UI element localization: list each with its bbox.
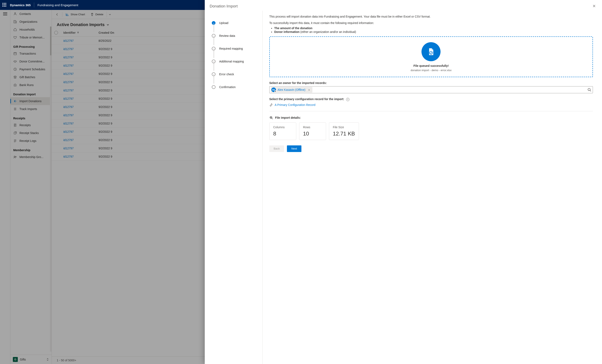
- avatar: AK: [271, 87, 276, 92]
- row-identifier-link[interactable]: id12797: [63, 130, 74, 133]
- sitemap-item-receipt-stacks[interactable]: Receipt Stacks: [10, 129, 52, 137]
- intro-text-1: This process will import donation data i…: [269, 14, 593, 19]
- sitemap-item-import-donations[interactable]: Import Donations: [10, 97, 52, 105]
- close-icon: [592, 4, 596, 8]
- step-additional-mapping[interactable]: Additional mapping: [212, 55, 258, 68]
- sitemap-item-payment-schedules[interactable]: Payment Schedules: [10, 65, 52, 73]
- sitemap-item-organizations[interactable]: Organizations: [10, 18, 52, 26]
- app-badge: G: [13, 357, 18, 362]
- row-identifier-link[interactable]: id12797: [63, 89, 74, 92]
- card-value: 10: [303, 131, 322, 137]
- sitemap-group-receipts: Receipts: [10, 113, 52, 121]
- sitemap-item-receipt-logs[interactable]: Receipt Logs: [10, 137, 52, 145]
- svg-rect-2: [14, 52, 17, 55]
- calendar-icon: [13, 52, 17, 55]
- row-identifier-link[interactable]: id12797: [63, 72, 74, 75]
- row-identifier-link[interactable]: id12797: [63, 47, 74, 51]
- card-rows: Rows 10: [299, 123, 326, 140]
- sitemap-item-commitments[interactable]: Donor Commitme...: [10, 58, 52, 65]
- app-launcher-icon[interactable]: [2, 3, 7, 7]
- row-identifier-link[interactable]: id12797: [63, 56, 74, 59]
- group-icon: [13, 155, 17, 159]
- card-value: 8: [273, 131, 292, 137]
- arrow-left-icon: [13, 99, 17, 103]
- sidebar-item-label: Transactions: [20, 52, 36, 55]
- list-item: Donor information (either an organizatio…: [274, 30, 593, 33]
- app-label: Gifts: [20, 358, 44, 361]
- hamburger-icon[interactable]: [3, 12, 7, 15]
- close-button[interactable]: [591, 3, 597, 9]
- row-identifier-link[interactable]: id12797: [63, 105, 74, 109]
- row-identifier-link[interactable]: id12797: [63, 114, 74, 117]
- queued-title: File queued successfully!: [272, 64, 591, 67]
- sitemap-item-households[interactable]: Households: [10, 26, 52, 33]
- sitemap-group-import: Donation Import: [10, 89, 52, 97]
- config-label-row: Select the primary configuration record …: [269, 97, 593, 101]
- row-identifier-link[interactable]: id12797: [63, 81, 74, 84]
- chevron-down-icon: [108, 13, 111, 16]
- remove-owner-button[interactable]: [307, 88, 311, 92]
- sitemap-item-bank-runs[interactable]: Bank Runs: [10, 81, 52, 89]
- row-identifier-link[interactable]: id12797: [63, 97, 74, 100]
- delete-split[interactable]: [107, 11, 113, 17]
- step-review[interactable]: Review data: [212, 29, 258, 42]
- app-switcher[interactable]: G Gifts: [10, 355, 52, 364]
- delete-label: Delete: [96, 13, 104, 16]
- sitemap-item-transactions[interactable]: Transactions: [10, 50, 52, 58]
- step-label: Error check: [219, 73, 234, 76]
- file-check-icon: [421, 42, 441, 61]
- product-name: Dynamics 365: [10, 3, 31, 7]
- info-icon[interactable]: i: [346, 98, 349, 101]
- wrench-icon: [269, 103, 273, 106]
- view-title: Active Donation Imports: [57, 22, 105, 27]
- req-donor-rest: (either an organization and/or an indivi…: [300, 30, 356, 33]
- owner-name: Alex Kasavin (Offline): [278, 88, 305, 91]
- step-error-check[interactable]: Error check: [212, 68, 258, 81]
- row-identifier-link[interactable]: id12797: [63, 147, 74, 150]
- schedule-icon: [13, 67, 17, 71]
- config-link[interactable]: A Primary Configuration Record: [275, 103, 315, 106]
- sitemap-item-receipts[interactable]: Receipts: [10, 121, 52, 129]
- sidebar-scrollbar[interactable]: [50, 26, 52, 352]
- show-chart-button[interactable]: Show Chart: [64, 11, 87, 17]
- select-all[interactable]: [54, 31, 63, 34]
- row-identifier-link[interactable]: id12797: [63, 39, 74, 42]
- sitemap-group-membership: Membership: [10, 145, 52, 153]
- svg-rect-5: [14, 132, 16, 134]
- owner-lookup[interactable]: AK Alex Kasavin (Offline): [269, 86, 593, 93]
- col-created-label: Created On: [98, 31, 114, 34]
- sitemap-item-track-imports[interactable]: Track Imports: [10, 105, 52, 113]
- sidebar-item-label: Membership Gro...: [20, 155, 43, 159]
- row-identifier-link[interactable]: id12797: [63, 64, 74, 67]
- next-button[interactable]: Next: [287, 146, 301, 152]
- details-header-text: File import details:: [275, 116, 301, 119]
- separator: [269, 111, 593, 111]
- magnify-icon: [269, 116, 273, 120]
- building-icon: [13, 20, 17, 24]
- card-columns: Columns 8: [269, 123, 296, 140]
- card-label: Columns: [273, 125, 292, 129]
- col-identifier[interactable]: Identifier: [63, 31, 98, 34]
- back-button[interactable]: [54, 11, 61, 17]
- chevron-down-icon[interactable]: [106, 23, 109, 26]
- list-icon: [13, 107, 17, 111]
- step-required-mapping[interactable]: Required mapping: [212, 42, 258, 55]
- row-identifier-link[interactable]: id12797: [63, 138, 74, 142]
- file-dropzone[interactable]: File queued successfully! donation impor…: [269, 36, 593, 77]
- step-upload[interactable]: Upload: [212, 17, 258, 29]
- receipt-icon: [13, 123, 17, 127]
- sidebar-item-label: Payment Schedules: [20, 68, 45, 71]
- step-confirmation[interactable]: Confirmation: [212, 81, 258, 94]
- config-link-row: A Primary Configuration Record: [269, 103, 593, 106]
- search-icon[interactable]: [587, 88, 591, 92]
- owner-chip[interactable]: AK Alex Kasavin (Offline): [271, 87, 312, 93]
- sitemap-item-contacts[interactable]: Contacts: [10, 10, 52, 18]
- sidebar-item-label: Tribute or Memori...: [20, 36, 45, 39]
- row-identifier-link[interactable]: id12797: [63, 155, 74, 158]
- sitemap-item-gift-batches[interactable]: Gift Batches: [10, 73, 52, 81]
- sitemap-item-tribute[interactable]: Tribute or Memori...: [10, 33, 52, 41]
- delete-button[interactable]: Delete: [88, 11, 106, 17]
- row-identifier-link[interactable]: id12797: [63, 122, 74, 125]
- sidebar-item-label: Organizations: [20, 20, 37, 23]
- sitemap-item-membership-groups[interactable]: Membership Gro...: [10, 153, 52, 161]
